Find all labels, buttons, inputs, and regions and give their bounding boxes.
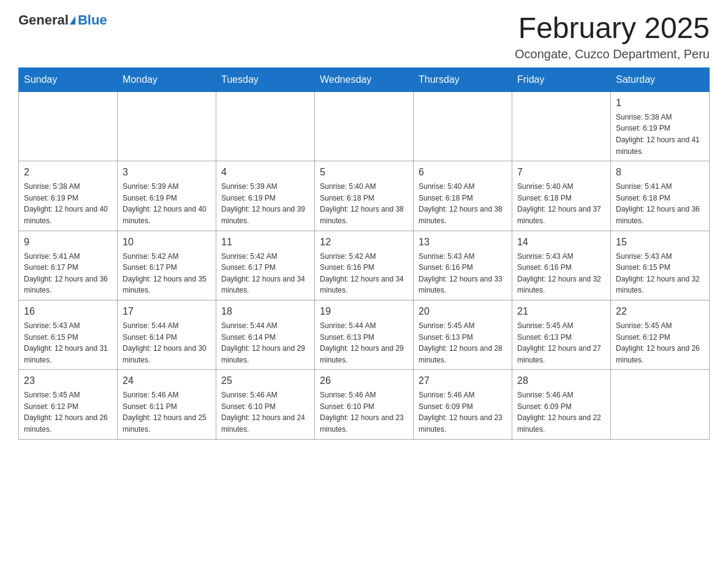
calendar-cell xyxy=(414,91,512,161)
day-number: 12 xyxy=(320,235,408,250)
calendar-cell: 12Sunrise: 5:42 AM Sunset: 6:16 PM Dayli… xyxy=(315,231,414,300)
calendar-cell xyxy=(216,91,315,161)
week-row-2: 2Sunrise: 5:38 AM Sunset: 6:19 PM Daylig… xyxy=(19,161,710,231)
month-title: February 2025 xyxy=(515,12,710,45)
day-info: Sunrise: 5:46 AM Sunset: 6:10 PM Dayligh… xyxy=(221,389,309,435)
day-number: 23 xyxy=(24,373,112,388)
day-number: 15 xyxy=(616,235,704,250)
day-info: Sunrise: 5:44 AM Sunset: 6:13 PM Dayligh… xyxy=(320,320,408,366)
calendar-cell: 20Sunrise: 5:45 AM Sunset: 6:13 PM Dayli… xyxy=(414,300,512,369)
day-number: 20 xyxy=(419,304,507,319)
calendar-cell: 25Sunrise: 5:46 AM Sunset: 6:10 PM Dayli… xyxy=(216,370,315,439)
week-row-4: 16Sunrise: 5:43 AM Sunset: 6:15 PM Dayli… xyxy=(19,300,710,369)
calendar-table: SundayMondayTuesdayWednesdayThursdayFrid… xyxy=(18,67,710,440)
calendar-cell: 19Sunrise: 5:44 AM Sunset: 6:13 PM Dayli… xyxy=(315,300,414,369)
logo-general: General xyxy=(18,12,69,28)
header-thursday: Thursday xyxy=(414,67,512,91)
day-number: 28 xyxy=(517,373,605,388)
day-number: 9 xyxy=(24,235,112,250)
day-info: Sunrise: 5:45 AM Sunset: 6:12 PM Dayligh… xyxy=(616,320,704,366)
day-number: 27 xyxy=(419,373,507,388)
calendar-cell: 13Sunrise: 5:43 AM Sunset: 6:16 PM Dayli… xyxy=(414,231,512,300)
logo-blue: Blue xyxy=(78,12,107,28)
day-info: Sunrise: 5:40 AM Sunset: 6:18 PM Dayligh… xyxy=(517,181,605,226)
header-tuesday: Tuesday xyxy=(216,67,315,91)
page-header: General Blue February 2025 Ocongate, Cuz… xyxy=(18,12,710,61)
calendar-cell: 7Sunrise: 5:40 AM Sunset: 6:18 PM Daylig… xyxy=(512,161,611,231)
day-info: Sunrise: 5:44 AM Sunset: 6:14 PM Dayligh… xyxy=(123,320,211,366)
calendar-cell: 22Sunrise: 5:45 AM Sunset: 6:12 PM Dayli… xyxy=(611,300,710,369)
day-info: Sunrise: 5:45 AM Sunset: 6:13 PM Dayligh… xyxy=(419,320,507,366)
calendar-cell: 27Sunrise: 5:46 AM Sunset: 6:09 PM Dayli… xyxy=(414,370,512,439)
day-number: 4 xyxy=(221,165,309,180)
day-number: 14 xyxy=(517,235,605,250)
day-info: Sunrise: 5:38 AM Sunset: 6:19 PM Dayligh… xyxy=(24,181,112,226)
header-row: SundayMondayTuesdayWednesdayThursdayFrid… xyxy=(19,67,710,91)
calendar-cell: 5Sunrise: 5:40 AM Sunset: 6:18 PM Daylig… xyxy=(315,161,414,231)
day-info: Sunrise: 5:38 AM Sunset: 6:19 PM Dayligh… xyxy=(616,112,704,157)
day-number: 2 xyxy=(24,165,112,180)
day-number: 18 xyxy=(221,304,309,319)
week-row-5: 23Sunrise: 5:45 AM Sunset: 6:12 PM Dayli… xyxy=(19,370,710,439)
day-number: 22 xyxy=(616,304,704,319)
day-number: 1 xyxy=(616,96,704,110)
day-number: 25 xyxy=(221,373,309,388)
day-number: 24 xyxy=(123,373,211,388)
day-number: 16 xyxy=(24,304,112,319)
calendar-cell: 15Sunrise: 5:43 AM Sunset: 6:15 PM Dayli… xyxy=(611,231,710,300)
calendar-cell: 3Sunrise: 5:39 AM Sunset: 6:19 PM Daylig… xyxy=(118,161,216,231)
calendar-cell: 1Sunrise: 5:38 AM Sunset: 6:19 PM Daylig… xyxy=(611,91,710,161)
calendar-cell: 18Sunrise: 5:44 AM Sunset: 6:14 PM Dayli… xyxy=(216,300,315,369)
header-wednesday: Wednesday xyxy=(315,67,414,91)
calendar-cell xyxy=(611,370,710,439)
day-info: Sunrise: 5:41 AM Sunset: 6:18 PM Dayligh… xyxy=(616,181,704,226)
header-monday: Monday xyxy=(118,67,216,91)
day-info: Sunrise: 5:45 AM Sunset: 6:13 PM Dayligh… xyxy=(517,320,605,366)
calendar-cell: 28Sunrise: 5:46 AM Sunset: 6:09 PM Dayli… xyxy=(512,370,611,439)
day-number: 11 xyxy=(221,235,309,250)
day-info: Sunrise: 5:46 AM Sunset: 6:10 PM Dayligh… xyxy=(320,389,408,435)
calendar-cell: 23Sunrise: 5:45 AM Sunset: 6:12 PM Dayli… xyxy=(19,370,118,439)
day-info: Sunrise: 5:45 AM Sunset: 6:12 PM Dayligh… xyxy=(24,389,112,435)
day-number: 8 xyxy=(616,165,704,180)
day-info: Sunrise: 5:42 AM Sunset: 6:17 PM Dayligh… xyxy=(221,251,309,296)
calendar-cell: 6Sunrise: 5:40 AM Sunset: 6:18 PM Daylig… xyxy=(414,161,512,231)
location-title: Ocongate, Cuzco Department, Peru xyxy=(515,47,710,61)
header-saturday: Saturday xyxy=(611,67,710,91)
day-info: Sunrise: 5:43 AM Sunset: 6:16 PM Dayligh… xyxy=(419,251,507,296)
calendar-cell: 8Sunrise: 5:41 AM Sunset: 6:18 PM Daylig… xyxy=(611,161,710,231)
day-number: 10 xyxy=(123,235,211,250)
header-sunday: Sunday xyxy=(19,67,118,91)
calendar-cell: 21Sunrise: 5:45 AM Sunset: 6:13 PM Dayli… xyxy=(512,300,611,369)
day-number: 13 xyxy=(419,235,507,250)
calendar-cell: 2Sunrise: 5:38 AM Sunset: 6:19 PM Daylig… xyxy=(19,161,118,231)
calendar-cell xyxy=(512,91,611,161)
logo: General Blue xyxy=(18,12,107,28)
week-row-1: 1Sunrise: 5:38 AM Sunset: 6:19 PM Daylig… xyxy=(19,91,710,161)
calendar-cell xyxy=(19,91,118,161)
day-info: Sunrise: 5:40 AM Sunset: 6:18 PM Dayligh… xyxy=(419,181,507,226)
day-info: Sunrise: 5:39 AM Sunset: 6:19 PM Dayligh… xyxy=(123,181,211,226)
day-info: Sunrise: 5:43 AM Sunset: 6:15 PM Dayligh… xyxy=(616,251,704,296)
day-info: Sunrise: 5:41 AM Sunset: 6:17 PM Dayligh… xyxy=(24,251,112,296)
day-info: Sunrise: 5:44 AM Sunset: 6:14 PM Dayligh… xyxy=(221,320,309,366)
day-info: Sunrise: 5:42 AM Sunset: 6:17 PM Dayligh… xyxy=(123,251,211,296)
calendar-cell xyxy=(315,91,414,161)
calendar-cell: 9Sunrise: 5:41 AM Sunset: 6:17 PM Daylig… xyxy=(19,231,118,300)
calendar-cell: 14Sunrise: 5:43 AM Sunset: 6:16 PM Dayli… xyxy=(512,231,611,300)
calendar-cell: 10Sunrise: 5:42 AM Sunset: 6:17 PM Dayli… xyxy=(118,231,216,300)
calendar-cell: 16Sunrise: 5:43 AM Sunset: 6:15 PM Dayli… xyxy=(19,300,118,369)
calendar-cell: 17Sunrise: 5:44 AM Sunset: 6:14 PM Dayli… xyxy=(118,300,216,369)
day-info: Sunrise: 5:42 AM Sunset: 6:16 PM Dayligh… xyxy=(320,251,408,296)
day-info: Sunrise: 5:46 AM Sunset: 6:09 PM Dayligh… xyxy=(419,389,507,435)
header-friday: Friday xyxy=(512,67,611,91)
calendar-cell: 24Sunrise: 5:46 AM Sunset: 6:11 PM Dayli… xyxy=(118,370,216,439)
day-info: Sunrise: 5:43 AM Sunset: 6:16 PM Dayligh… xyxy=(517,251,605,296)
calendar-cell: 4Sunrise: 5:39 AM Sunset: 6:19 PM Daylig… xyxy=(216,161,315,231)
day-info: Sunrise: 5:43 AM Sunset: 6:15 PM Dayligh… xyxy=(24,320,112,366)
day-number: 6 xyxy=(419,165,507,180)
week-row-3: 9Sunrise: 5:41 AM Sunset: 6:17 PM Daylig… xyxy=(19,231,710,300)
calendar-cell: 26Sunrise: 5:46 AM Sunset: 6:10 PM Dayli… xyxy=(315,370,414,439)
day-number: 17 xyxy=(123,304,211,319)
calendar-cell: 11Sunrise: 5:42 AM Sunset: 6:17 PM Dayli… xyxy=(216,231,315,300)
